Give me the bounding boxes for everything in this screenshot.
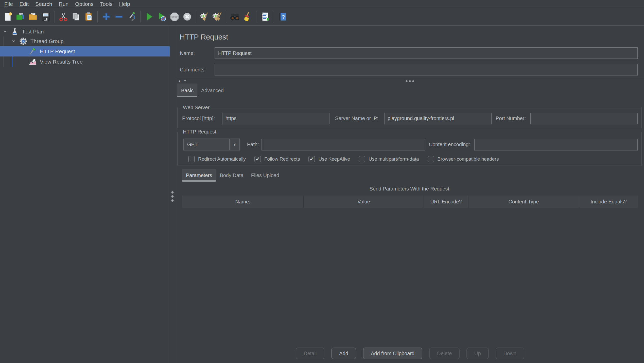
vertical-splitter[interactable] — [170, 26, 175, 363]
menu-edit[interactable]: Edit — [16, 1, 32, 8]
column-header-url-encode[interactable]: URL Encode? — [424, 196, 468, 208]
clear-all-button[interactable] — [211, 10, 224, 24]
add-button[interactable]: Add — [331, 348, 356, 359]
column-header-value[interactable]: Value — [304, 196, 424, 208]
menu-run[interactable]: Run — [56, 1, 72, 8]
new-file-button[interactable] — [2, 10, 14, 24]
checkbox-unchecked-icon[interactable] — [428, 156, 434, 162]
menu-file[interactable]: File — [1, 1, 16, 8]
minus-button[interactable] — [113, 10, 125, 24]
tree-item-thread-group[interactable]: Thread Group — [0, 36, 170, 46]
redirect-automatically-option[interactable]: Redirect Automatically — [188, 156, 246, 162]
browser-compatible-headers-option[interactable]: Browser-compatible headers — [428, 156, 499, 162]
page-title: HTTP Request — [180, 33, 228, 41]
tab-advanced[interactable]: Advanced — [197, 84, 228, 97]
search-button[interactable] — [229, 10, 241, 24]
checkbox-unchecked-icon[interactable] — [188, 156, 195, 162]
checkbox-checked-icon[interactable] — [308, 156, 315, 162]
save-icon — [41, 12, 51, 22]
menu-options[interactable]: Options — [72, 1, 97, 8]
parameters-table-header: Name: Value URL Encode? Content-Type Inc… — [182, 196, 638, 208]
column-header-include-equals[interactable]: Include Equals? — [579, 196, 638, 208]
checkbox-label: Use KeepAlive — [318, 156, 350, 162]
templates-button[interactable] — [14, 10, 27, 24]
tree-item-test-plan[interactable]: Test Plan — [0, 27, 170, 37]
plus-button[interactable] — [100, 10, 113, 24]
menubar: File Edit Search Run Options Tools Help — [0, 0, 644, 8]
content-encoding-input[interactable] — [474, 139, 638, 150]
tab-parameters[interactable]: Parameters — [182, 169, 216, 182]
view-results-tree-icon — [28, 58, 37, 66]
test-plan-icon — [10, 27, 19, 36]
http-request-group: HTTP Request GET Path: Content encoding:… — [177, 132, 642, 165]
toggle-button[interactable] — [125, 10, 138, 24]
tree-item-label: View Results Tree — [40, 59, 83, 65]
column-header-name[interactable]: Name: — [182, 196, 304, 208]
help-button[interactable]: ? — [276, 10, 289, 24]
use-keepalive-option[interactable]: Use KeepAlive — [308, 156, 350, 162]
down-button[interactable]: Down — [496, 348, 524, 359]
search-reset-button[interactable] — [241, 10, 254, 24]
shutdown-button[interactable] — [181, 10, 194, 24]
follow-redirects-option[interactable]: Follow Redirects — [254, 156, 300, 162]
new-file-icon — [3, 12, 13, 22]
protocol-input[interactable] — [222, 113, 329, 124]
checkbox-unchecked-icon[interactable] — [359, 156, 365, 162]
grip-dot — [171, 195, 174, 198]
method-select[interactable]: GET — [183, 139, 240, 150]
collapse-down-icon[interactable] — [184, 79, 186, 82]
splitter-grip[interactable] — [171, 191, 174, 202]
path-label: Path: — [247, 142, 259, 147]
detail-button[interactable]: Detail — [296, 348, 324, 359]
start-button[interactable] — [143, 10, 155, 24]
clear-button[interactable] — [198, 10, 211, 24]
comments-input[interactable] — [215, 64, 638, 75]
collapse-up-icon[interactable] — [178, 79, 181, 82]
delete-button[interactable]: Delete — [429, 348, 460, 359]
save-button[interactable] — [40, 10, 52, 24]
menu-search[interactable]: Search — [32, 1, 56, 8]
checkbox-checked-icon[interactable] — [254, 156, 261, 162]
path-input[interactable] — [262, 139, 425, 150]
open-file-icon — [28, 12, 38, 22]
protocol-label: Protocol [http]: — [182, 116, 215, 121]
stop-icon: STOP — [169, 12, 180, 22]
cut-icon — [58, 12, 68, 22]
tab-body-data[interactable]: Body Data — [216, 169, 247, 182]
port-input[interactable] — [530, 113, 638, 124]
paste-button[interactable] — [82, 10, 95, 24]
tab-files-upload[interactable]: Files Upload — [247, 169, 283, 182]
server-input[interactable] — [384, 113, 492, 124]
tree-item-view-results-tree[interactable]: View Results Tree — [0, 57, 170, 67]
table-actions: Detail Add Add from Clipboard Delete Up … — [182, 348, 638, 359]
http-request-panel: HTTP Request Name: Comments: — [176, 26, 644, 363]
tab-basic[interactable]: Basic — [177, 84, 197, 97]
grip-dot — [412, 80, 414, 82]
horizontal-splitter[interactable] — [176, 79, 644, 83]
port-label: Port Number: — [496, 116, 526, 121]
search-icon — [230, 12, 240, 22]
chevron-down-icon[interactable] — [11, 40, 16, 43]
name-input[interactable] — [215, 47, 638, 59]
up-button[interactable]: Up — [466, 348, 489, 359]
plus-icon — [101, 12, 111, 22]
menu-help[interactable]: Help — [116, 1, 133, 8]
test-plan-tree: Test Plan Thread Group HTTP Request — [0, 26, 170, 363]
splitter-grip[interactable] — [406, 80, 414, 82]
web-server-group: Web Server Protocol [http]: Server Name … — [177, 108, 642, 128]
function-helper-button[interactable] — [259, 10, 271, 24]
use-multipart-option[interactable]: Use multipart/form-data — [359, 156, 419, 162]
add-from-clipboard-button[interactable]: Add from Clipboard — [363, 348, 422, 359]
start-no-timers-button[interactable] — [155, 10, 168, 24]
menu-tools[interactable]: Tools — [97, 1, 116, 8]
stop-button[interactable]: STOP — [168, 10, 181, 24]
chevron-down-icon[interactable] — [229, 139, 239, 150]
toolbar-separator — [256, 11, 256, 23]
cut-button[interactable] — [57, 10, 70, 24]
chevron-down-icon[interactable] — [2, 30, 8, 33]
column-header-content-type[interactable]: Content-Type — [468, 196, 579, 208]
tree-item-http-request[interactable]: HTTP Request — [0, 46, 170, 56]
copy-button[interactable] — [70, 10, 82, 24]
clear-icon — [200, 12, 210, 22]
open-file-button[interactable] — [27, 10, 40, 24]
